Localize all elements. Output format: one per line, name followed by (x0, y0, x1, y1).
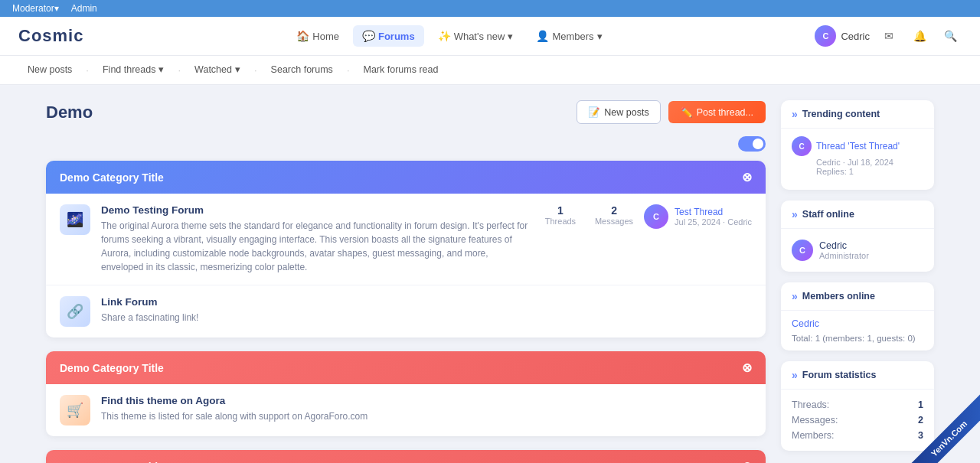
category-title-1: Demo Category Title (60, 171, 164, 184)
content: Demo 📝 New posts ✏️ Post thread... Demo … (31, 85, 949, 463)
search-button[interactable]: 🔍 (939, 24, 962, 47)
staff-body: C Cedric Administrator (781, 229, 934, 272)
forum-info-testing: Demo Testing Forum The original Aurora t… (101, 204, 531, 274)
members-online-card: Members online Cedric Total: 1 (members:… (781, 282, 934, 351)
threads-stat: 1 Threads (541, 204, 580, 226)
header: Cosmic 🏠 Home 💬 Forums ✨ What's new ▾ 👤 … (0, 17, 980, 56)
trending-thread-name[interactable]: Thread 'Test Thread' (816, 141, 900, 152)
staff-role: Administrator (819, 251, 869, 260)
trending-body: C Thread 'Test Thread' Cedric · Jul 18, … (781, 129, 934, 190)
toggle-wrap (46, 136, 766, 152)
admin-bar: Moderator▾ Admin (0, 0, 980, 17)
new-posts-icon: 📝 (588, 106, 600, 118)
category-block-2: Demo Category Title ⊗ 🛒 Find this theme … (46, 351, 766, 436)
trending-title: Trending content (781, 100, 934, 129)
notifications-button[interactable]: 🔔 (908, 24, 931, 47)
stat-row-threads: Threads: 1 (792, 397, 923, 412)
forum-name-testing[interactable]: Demo Testing Forum (101, 204, 531, 216)
category-collapse-icon-2[interactable]: ⊗ (742, 360, 752, 375)
staff-name[interactable]: Cedric (819, 240, 869, 251)
title-actions: 📝 New posts ✏️ Post thread... (577, 100, 766, 124)
staff-item: C Cedric Administrator (792, 236, 923, 264)
trending-item-header: C Thread 'Test Thread' (792, 136, 923, 156)
messages-button[interactable]: ✉ (877, 24, 900, 47)
category-header-1: Demo Category Title ⊗ (46, 161, 766, 194)
stat-row-members: Members: 3 (792, 428, 923, 443)
forum-stats-body: Threads: 1 Messages: 2 Members: 3 (781, 390, 934, 451)
members-online-total: Total: 1 (members: 1, guests: 0) (792, 334, 923, 343)
sub-nav-search-forums[interactable]: Search forums (262, 57, 342, 84)
forum-info-agora: Find this theme on Agora This theme is l… (101, 395, 752, 423)
header-actions: C Cedric ✉ 🔔 🔍 (815, 24, 962, 47)
home-icon: 🏠 (296, 30, 309, 42)
category-collapse-icon-3[interactable]: ⊗ (742, 459, 752, 463)
admin-link[interactable]: Admin (71, 3, 97, 14)
trending-card: Trending content C Thread 'Test Thread' … (781, 100, 934, 190)
category-header-2: Demo Category Title ⊗ (46, 351, 766, 384)
last-avatar-testing: C (644, 204, 668, 229)
whats-new-icon: ✨ (438, 30, 451, 42)
forum-stats-card: Forum statistics Threads: 1 Messages: 2 … (781, 361, 934, 451)
nav-home[interactable]: 🏠 Home (287, 25, 348, 47)
forum-info-link: Link Forum Share a fascinating link! (101, 296, 752, 324)
category-collapse-icon-1[interactable]: ⊗ (742, 170, 752, 184)
trending-avatar: C (792, 136, 812, 156)
nav-whats-new[interactable]: ✨ What's new ▾ (429, 25, 523, 47)
forum-stats-title: Forum statistics (781, 361, 934, 390)
sub-nav-watched[interactable]: Watched ▾ (185, 56, 250, 84)
sub-nav-mark-forums-read[interactable]: Mark forums read (354, 57, 448, 84)
find-threads-dropdown-icon: ▾ (158, 64, 164, 75)
forums-icon: 💬 (362, 30, 375, 42)
stat-row-messages: Messages: 2 (792, 412, 923, 428)
staff-card: Staff online C Cedric Administrator (781, 201, 934, 272)
forum-item-link: 🔗 Link Forum Share a fascinating link! (46, 285, 766, 337)
members-dropdown-icon: ▾ (597, 31, 603, 42)
members-icon: 👤 (536, 30, 549, 42)
nav-forums[interactable]: 💬 Forums (353, 25, 424, 47)
theme-toggle[interactable] (738, 136, 766, 152)
staff-avatar: C (792, 240, 813, 261)
trending-item: C Thread 'Test Thread' Cedric · Jul 18, … (792, 136, 923, 176)
sub-nav-new-posts[interactable]: New posts (18, 57, 81, 84)
page-title-row: Demo 📝 New posts ✏️ Post thread... (46, 100, 766, 124)
category-block-3: Demo Category Title ⊗ 📰 Articles Read an… (46, 450, 766, 463)
category-title-2: Demo Category Title (60, 362, 164, 374)
forum-name-agora[interactable]: Find this theme on Agora (101, 395, 752, 406)
forum-stats-testing: 1 Threads 2 Messages (541, 204, 633, 226)
logo[interactable]: Cosmic (18, 26, 83, 46)
avatar: C (815, 25, 836, 47)
staff-info: Cedric Administrator (819, 240, 869, 260)
sub-nav-find-threads[interactable]: Find threads ▾ (93, 56, 173, 84)
forum-icon-agora: 🛒 (60, 395, 90, 426)
last-info-testing: Test Thread Jul 25, 2024 · Cedric (675, 207, 752, 227)
whats-new-dropdown-icon: ▾ (508, 31, 513, 42)
forum-list-1: 🌌 Demo Testing Forum The original Aurora… (46, 194, 766, 337)
forum-icon-testing: 🌌 (60, 204, 90, 235)
forum-item-testing: 🌌 Demo Testing Forum The original Aurora… (46, 194, 766, 285)
new-posts-button[interactable]: 📝 New posts (577, 100, 660, 124)
members-online-user[interactable]: Cedric (792, 318, 923, 329)
forum-desc-testing: The original Aurora theme sets the stand… (101, 219, 531, 274)
forum-icon-link: 🔗 (60, 296, 90, 327)
category-title-3: Demo Category Title (60, 461, 164, 464)
members-online-title: Members online (781, 282, 934, 311)
user-info[interactable]: C Cedric (815, 25, 870, 47)
main-nav: 🏠 Home 💬 Forums ✨ What's new ▾ 👤 Members… (287, 25, 611, 47)
category-header-3: Demo Category Title ⊗ (46, 450, 766, 463)
sub-nav: New posts · Find threads ▾ · Watched ▾ ·… (0, 56, 980, 85)
sidebar: Trending content C Thread 'Test Thread' … (781, 100, 934, 463)
moderator-menu[interactable]: Moderator▾ (12, 3, 59, 14)
staff-title: Staff online (781, 201, 934, 229)
messages-stat: 2 Messages (595, 204, 633, 226)
watched-dropdown-icon: ▾ (235, 64, 240, 75)
nav-members[interactable]: 👤 Members ▾ (527, 25, 611, 47)
page-title: Demo (46, 103, 93, 122)
members-online-body: Cedric Total: 1 (members: 1, guests: 0) (781, 311, 934, 351)
post-thread-button[interactable]: ✏️ Post thread... (668, 101, 766, 123)
forum-name-link[interactable]: Link Forum (101, 296, 752, 308)
forum-list-2: 🛒 Find this theme on Agora This theme is… (46, 384, 766, 436)
post-thread-icon: ✏️ (681, 106, 693, 118)
trending-meta: Cedric · Jul 18, 2024 Replies: 1 (792, 158, 923, 176)
main-column: Demo 📝 New posts ✏️ Post thread... Demo … (46, 100, 766, 463)
forum-item-agora: 🛒 Find this theme on Agora This theme is… (46, 384, 766, 436)
